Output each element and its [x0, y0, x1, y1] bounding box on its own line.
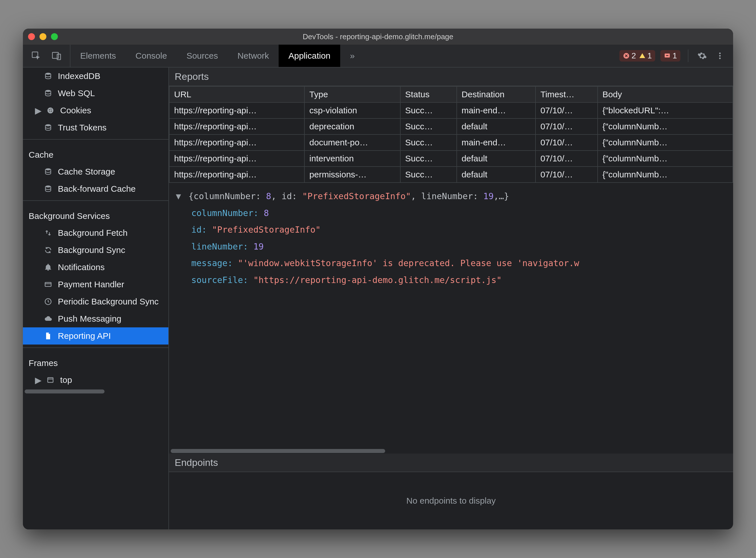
detail-key: message:: [191, 258, 233, 268]
cell-body: {"blockedURL":…: [598, 102, 733, 119]
tab-more[interactable]: »: [340, 45, 365, 67]
card-icon: [43, 280, 53, 288]
table-row[interactable]: https://reporting-api…deprecationSucc…de…: [169, 119, 733, 134]
console-status-badge[interactable]: 2 1: [619, 50, 655, 61]
detail-key: lineNumber:: [191, 242, 248, 252]
tab-application[interactable]: Application: [278, 45, 340, 67]
cell-body: {"columnNumb…: [598, 151, 733, 167]
table-row[interactable]: https://reporting-api…csp-violationSucc……: [169, 102, 733, 119]
sidebar-item-payment-handler[interactable]: Payment Handler: [23, 276, 168, 293]
svg-rect-18: [45, 282, 51, 286]
sidebar-item-label: top: [60, 375, 72, 385]
toolbar-right: 2 1 1: [619, 45, 729, 67]
sync-icon: [43, 246, 53, 254]
cell-type: intervention: [304, 151, 400, 167]
tab-console[interactable]: Console: [126, 45, 177, 67]
clock-icon: [43, 298, 53, 306]
sidebar-item-frame-top[interactable]: ▶ top: [23, 372, 168, 388]
kebab-icon[interactable]: [714, 50, 726, 62]
sidebar-item-push-messaging[interactable]: Push Messaging: [23, 310, 168, 327]
col-type[interactable]: Type: [304, 86, 400, 102]
cell-dest: default: [457, 167, 536, 183]
reports-header: Reports: [169, 68, 733, 86]
cell-time: 07/10/…: [536, 102, 598, 119]
sidebar-item-websql[interactable]: Web SQL: [23, 85, 168, 102]
col-timestamp[interactable]: Timest…: [536, 86, 598, 102]
sidebar-group-frames: Frames: [23, 351, 168, 372]
tab-elements[interactable]: Elements: [70, 45, 126, 67]
sidebar-item-indexeddb[interactable]: IndexedDB: [23, 68, 168, 85]
toolbar-left: [23, 45, 70, 67]
window-controls: [28, 33, 58, 40]
table-row[interactable]: https://reporting-api…interventionSucc…d…: [169, 151, 733, 167]
sidebar-item-label: Reporting API: [58, 331, 111, 341]
svg-point-6: [719, 55, 721, 57]
cell-status: Succ…: [400, 102, 457, 119]
sidebar-item-reporting-api[interactable]: Reporting API: [23, 327, 168, 345]
col-status[interactable]: Status: [400, 86, 457, 102]
col-destination[interactable]: Destination: [457, 86, 536, 102]
disclosure-triangle-icon[interactable]: ▼: [176, 188, 183, 205]
database-icon: [43, 168, 53, 176]
issues-badge[interactable]: 1: [660, 50, 680, 61]
detail-hscrollbar[interactable]: [169, 449, 733, 454]
sidebar-item-periodic-bg-sync[interactable]: Periodic Background Sync: [23, 293, 168, 310]
tab-sources[interactable]: Sources: [177, 45, 228, 67]
devtools-window: DevTools - reporting-api-demo.glitch.me/…: [23, 29, 733, 529]
chevron-right-icon: ▶: [35, 375, 41, 385]
application-sidebar[interactable]: IndexedDB Web SQL ▶ Cookies Trust Tokens…: [23, 68, 169, 529]
cell-body: {"columnNumb…: [598, 119, 733, 134]
issue-icon: [664, 52, 670, 59]
table-row[interactable]: https://reporting-api…permissions-…Succ……: [169, 167, 733, 183]
content: IndexedDB Web SQL ▶ Cookies Trust Tokens…: [23, 68, 733, 529]
separator: [688, 50, 688, 62]
close-window-button[interactable]: [28, 33, 35, 40]
separator: [23, 347, 168, 348]
cell-url: https://reporting-api…: [169, 134, 304, 151]
sidebar-item-notifications[interactable]: Notifications: [23, 259, 168, 276]
minimize-window-button[interactable]: [40, 33, 46, 40]
sidebar-item-label: Cache Storage: [58, 167, 115, 177]
svg-point-13: [51, 111, 52, 111]
table-row[interactable]: https://reporting-api…document-po…Succ…m…: [169, 134, 733, 151]
device-toolbar-icon[interactable]: [50, 50, 63, 62]
cell-status: Succ…: [400, 167, 457, 183]
frame-icon: [45, 376, 55, 384]
sidebar-item-trust-tokens[interactable]: Trust Tokens: [23, 119, 168, 136]
bell-icon: [43, 263, 53, 271]
report-detail[interactable]: ▼ {columnNumber: 8, id: "PrefixedStorage…: [169, 183, 733, 449]
cell-dest: main-end…: [457, 102, 536, 119]
gear-icon[interactable]: [696, 50, 708, 62]
inspect-element-icon[interactable]: [30, 50, 42, 62]
sidebar-item-label: Payment Handler: [58, 280, 124, 289]
sidebar-item-bfcache[interactable]: Back-forward Cache: [23, 180, 168, 198]
sidebar-hscrollbar[interactable]: [23, 389, 168, 395]
database-icon: [43, 72, 53, 80]
sidebar-item-bg-sync[interactable]: Background Sync: [23, 242, 168, 259]
cell-type: document-po…: [304, 134, 400, 151]
zoom-window-button[interactable]: [51, 33, 58, 40]
detail-summary: {columnNumber: 8, id: "PrefixedStorageIn…: [189, 191, 509, 201]
cell-url: https://reporting-api…: [169, 167, 304, 183]
detail-value: "https://reporting-api-demo.glitch.me/sc…: [253, 275, 502, 285]
svg-point-14: [49, 111, 50, 112]
svg-point-15: [46, 124, 51, 126]
tab-network[interactable]: Network: [228, 45, 278, 67]
cell-dest: main-end…: [457, 134, 536, 151]
col-url[interactable]: URL: [169, 86, 304, 102]
database-icon: [43, 89, 53, 97]
sidebar-item-cache-storage[interactable]: Cache Storage: [23, 163, 168, 180]
col-body[interactable]: Body: [598, 86, 733, 102]
warning-icon: [639, 52, 646, 59]
detail-key: columnNumber:: [191, 208, 259, 218]
cell-url: https://reporting-api…: [169, 102, 304, 119]
error-icon: [623, 52, 630, 59]
sidebar-item-label: Push Messaging: [58, 314, 121, 324]
detail-key: sourceFile:: [191, 275, 248, 285]
endpoints-empty: No endpoints to display: [169, 472, 733, 529]
detail-value: 19: [253, 242, 264, 252]
cell-url: https://reporting-api…: [169, 119, 304, 134]
warnings-count: 1: [648, 51, 652, 60]
sidebar-item-bg-fetch[interactable]: Background Fetch: [23, 224, 168, 242]
sidebar-item-cookies[interactable]: ▶ Cookies: [23, 102, 168, 119]
